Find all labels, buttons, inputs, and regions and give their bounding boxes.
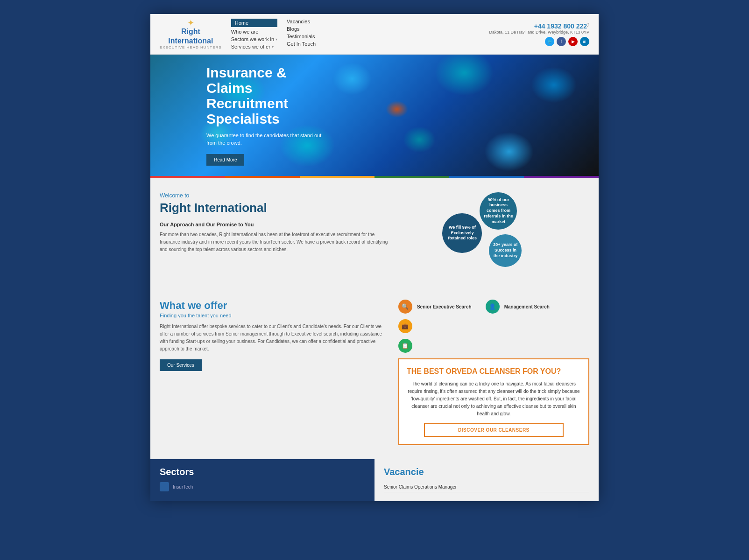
approach-body: For more than two decades, Right Interna… (160, 231, 389, 253)
colorbar-blue (449, 176, 524, 178)
main-content: Welcome to Right International Our Appro… (150, 178, 599, 290)
color-bar (150, 176, 599, 178)
sector-item[interactable]: InsurTech (160, 482, 365, 491)
search-icon-orange[interactable]: 🔍 (398, 300, 412, 314)
colorbar-red (150, 176, 225, 178)
nav-get-in-touch[interactable]: Get In Touch (287, 41, 316, 47)
vacancy-item-1[interactable]: Senior Claims Operations Manager (384, 482, 589, 492)
vacancies-panel: Vacancie Senior Claims Operations Manage… (374, 459, 599, 501)
nav-home[interactable]: Home (231, 19, 277, 27)
welcome-left: Welcome to Right International Our Appro… (160, 192, 389, 276)
hero-content: Insurance & Claims Recruitment Specialis… (150, 56, 346, 175)
contact-area: ⤴ +44 1932 800 222 Dakota, 11 De Havilla… (489, 22, 589, 46)
logo-icon: ✦ (160, 19, 222, 27)
service-row-3: 📋 (398, 339, 589, 353)
service-label-1: Senior Executive Search (417, 304, 472, 309)
company-title: Right International (160, 201, 389, 215)
header: ✦ RightInternational EXECUTIVE HEAD HUNT… (150, 14, 599, 55)
hero-subtitle: We guarantee to find the candidates that… (206, 132, 332, 147)
twitter-icon[interactable]: 🐦 (545, 37, 554, 46)
welcome-right: We fill 99% of Exclusively Retained role… (398, 192, 589, 276)
page-wrapper: ✦ RightInternational EXECUTIVE HEAD HUNT… (150, 14, 599, 501)
offer-subtitle: Finding you the talent you need (160, 313, 389, 318)
share-icon[interactable]: ⤴ (587, 22, 589, 28)
read-more-button[interactable]: Read More (206, 154, 244, 166)
sectors-title: Sectors (160, 467, 365, 477)
bubble-referrals: 90% of our business comes from referrals… (480, 192, 517, 230)
colorbar-green (374, 176, 449, 178)
stats-bubbles: We fill 99% of Exclusively Retained role… (442, 192, 545, 276)
popup-ad: THE BEST ORVEDA CLEANSER FOR YOU? The wo… (398, 358, 589, 445)
bottom-section: Sectors InsurTech Vacancie Senior Claims… (150, 459, 599, 501)
nav-sectors[interactable]: Sectors we work in▾ (231, 36, 277, 42)
nav-blogs[interactable]: Blogs (287, 26, 316, 32)
logo[interactable]: ✦ RightInternational EXECUTIVE HEAD HUNT… (160, 19, 222, 49)
popup-ad-title: THE BEST ORVEDA CLEANSER FOR YOU? (407, 367, 581, 376)
linkedin-icon[interactable]: in (580, 37, 589, 46)
service-row-2: 💼 (398, 319, 589, 333)
service-icon-3[interactable]: 💼 (398, 319, 412, 333)
service-row-1: 🔍 Senior Executive Search 👤 Management S… (398, 300, 589, 314)
search-icon-teal[interactable]: 👤 (486, 300, 500, 314)
address-text: Dakota, 11 De Havilland Drive, Weybridge… (489, 30, 589, 35)
offer-right: 🔍 Senior Executive Search 👤 Management S… (398, 300, 589, 445)
bubble-years: 20+ years of Success in the industry (489, 234, 522, 267)
service-icon-4[interactable]: 📋 (398, 339, 412, 353)
hero-section: Insurance & Claims Recruitment Specialis… (150, 55, 599, 176)
logo-text: RightInternational (160, 27, 222, 45)
youtube-icon[interactable]: ▶ (568, 37, 578, 46)
popup-ad-body: The world of cleansing can be a tricky o… (407, 380, 581, 418)
phone-number[interactable]: +44 1932 800 222 (489, 22, 589, 30)
bubble-retained: We fill 99% of Exclusively Retained role… (442, 213, 482, 253)
colorbar-yellow (300, 176, 374, 178)
nav-col-primary: Home Who we are Sectors we work in▾ Serv… (231, 19, 277, 49)
nav-services[interactable]: Services we offer▾ (231, 44, 277, 49)
colorbar-purple (524, 176, 599, 178)
discover-button[interactable]: DISCOVER OUR CLEANSERS (424, 423, 563, 437)
service-label-2: Management Search (504, 304, 550, 309)
nav-vacancies[interactable]: Vacancies (287, 19, 316, 24)
social-icons: 🐦 f ▶ in (489, 37, 589, 46)
our-services-button[interactable]: Our Services (160, 359, 202, 371)
facebook-icon[interactable]: f (557, 37, 566, 46)
nav-testimonials[interactable]: Testimonials (287, 34, 316, 39)
sectors-panel: Sectors InsurTech (150, 459, 374, 501)
nav-primary: Home Who we are Sectors we work in▾ Serv… (231, 19, 316, 49)
nav-who-we-are[interactable]: Who we are (231, 29, 277, 35)
offer-body: Right International offer bespoke servic… (160, 323, 389, 353)
sector-label: InsurTech (173, 484, 193, 490)
vacancies-title: Vacancie (384, 467, 589, 477)
welcome-to-label: Welcome to (160, 192, 389, 199)
colorbar-orange (225, 176, 300, 178)
sector-bullet (160, 482, 169, 491)
approach-heading: Our Approach and Our Promise to You (160, 222, 389, 227)
offer-left: What we offer Finding you the talent you… (160, 300, 389, 445)
offer-section: What we offer Finding you the talent you… (150, 290, 599, 459)
hero-title: Insurance & Claims Recruitment Specialis… (206, 65, 332, 126)
logo-tagline: EXECUTIVE HEAD HUNTERS (160, 45, 222, 49)
nav-col-secondary: Vacancies Blogs Testimonials Get In Touc… (287, 19, 316, 47)
offer-title: What we offer (160, 300, 389, 312)
